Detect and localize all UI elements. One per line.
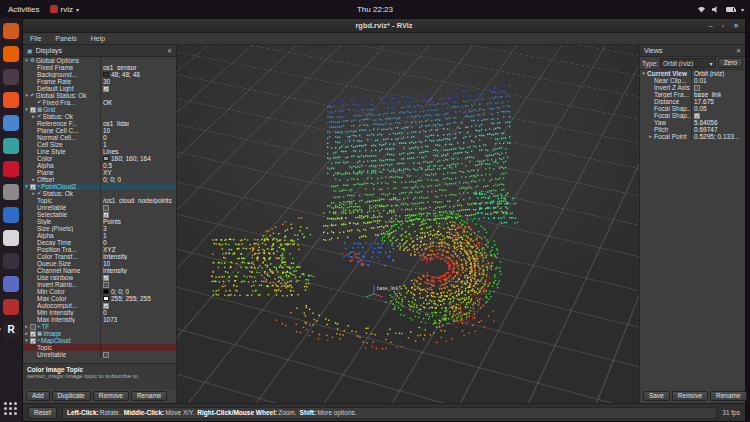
tree-row[interactable]: Selectable✓ xyxy=(23,211,176,218)
tree-row[interactable]: Use rainbow✓ xyxy=(23,274,176,281)
value-checkbox[interactable]: ✓ xyxy=(103,86,109,92)
remove-button[interactable]: Remove xyxy=(672,391,708,401)
expander-icon[interactable]: ▸ xyxy=(31,190,36,197)
enable-checkbox[interactable]: ✓ xyxy=(30,338,36,344)
tree-row[interactable]: Unreliable xyxy=(23,204,176,211)
tree-row[interactable]: ▸Focal Point0.5295; 0.133... xyxy=(640,133,745,140)
appmenu-button[interactable]: rviz ▾ xyxy=(50,5,79,14)
views-panel-title[interactable]: Views ✕ xyxy=(640,45,745,57)
tree-row[interactable]: Fixed Frameos1_sensor xyxy=(23,64,176,71)
value-checkbox[interactable]: ✓ xyxy=(103,303,109,309)
close-icon[interactable]: ✕ xyxy=(736,47,741,54)
tree-row[interactable]: Autocomput...✓ xyxy=(23,302,176,309)
displays-panel-title[interactable]: ▣ Displays ✕ xyxy=(23,45,176,57)
tree-row[interactable]: ▾✓▦Grid xyxy=(23,106,176,113)
tree-row[interactable]: Alpha0.5 xyxy=(23,162,176,169)
enable-checkbox[interactable]: ✓ xyxy=(30,107,36,113)
tree-row[interactable]: Invert Z Axis xyxy=(640,84,745,91)
expander-icon[interactable]: ▾ xyxy=(24,337,29,344)
titlebar[interactable]: rgbd.rviz* - RViz – ▫ ✕ xyxy=(23,19,745,33)
expander-icon[interactable]: ▾ xyxy=(24,57,29,64)
remove-button[interactable]: Remove xyxy=(93,391,129,401)
tree-row[interactable]: Topic xyxy=(23,344,176,351)
tree-row[interactable]: PlaneXY xyxy=(23,169,176,176)
clock[interactable]: Thu 22:23 xyxy=(357,5,393,14)
system-tray[interactable]: ▾ xyxy=(697,6,744,13)
tree-row[interactable]: Reference F...os1_lidar xyxy=(23,120,176,127)
reset-button[interactable]: Reset xyxy=(28,407,57,419)
tree-row[interactable]: ▾✓≈PointCloud2 xyxy=(23,183,176,190)
tree-row[interactable]: Max Color255; 255; 255 xyxy=(23,295,176,302)
view-type-dropdown[interactable]: Orbit (rviz) ▾ xyxy=(660,58,716,68)
tree-row[interactable]: ▾Current ViewOrbit (rviz) xyxy=(640,70,745,77)
dock-item-firefox[interactable] xyxy=(3,46,19,62)
tree-row[interactable]: Color160; 160; 164 xyxy=(23,155,176,162)
minimize-button[interactable]: – xyxy=(709,22,713,29)
tree-row[interactable]: Channel Nameintensity xyxy=(23,267,176,274)
tree-row[interactable]: Unreliable xyxy=(23,351,176,358)
dock-item-files[interactable] xyxy=(3,23,19,39)
enable-checkbox[interactable]: ✓ xyxy=(30,331,36,337)
tree-row[interactable]: Plane Cell C...10 xyxy=(23,127,176,134)
expander-icon[interactable]: ▸ xyxy=(24,330,29,337)
zero-button[interactable]: Zero xyxy=(718,58,743,68)
expander-icon[interactable]: ▸ xyxy=(648,133,653,140)
dock-item-app-red[interactable] xyxy=(3,299,19,315)
value-checkbox[interactable]: ✓ xyxy=(694,113,700,119)
tree-row[interactable]: Topic/os1_cloud_node/points xyxy=(23,197,176,204)
tree-row[interactable]: ▸Offset0; 0; 0 xyxy=(23,176,176,183)
tree-row[interactable]: ▾✓≈MapCloud xyxy=(23,337,176,344)
tree-row[interactable]: ▸✓▣Image xyxy=(23,330,176,337)
dock-item-terminal[interactable] xyxy=(3,253,19,269)
tree-row[interactable]: Decay Time0 xyxy=(23,239,176,246)
expander-icon[interactable]: ▸ xyxy=(31,176,36,183)
tree-row[interactable]: Focal Shap...✓ xyxy=(640,112,745,119)
dock-item-ide[interactable] xyxy=(3,207,19,223)
tree-row[interactable]: Line StyleLines xyxy=(23,148,176,155)
tree-row[interactable]: ▸✔Status: Ok xyxy=(23,113,176,120)
dock-item-amazon[interactable] xyxy=(3,69,19,85)
tree-row[interactable]: Focal Shap...0.05 xyxy=(640,105,745,112)
dock-item-app-gray[interactable] xyxy=(3,184,19,200)
tree-row[interactable]: Min Intensity0 xyxy=(23,309,176,316)
expander-icon[interactable]: ▸ xyxy=(24,323,29,330)
tree-row[interactable]: ✔Fixed Fra...OK xyxy=(23,99,176,106)
render-viewport[interactable] xyxy=(177,45,639,403)
menu-file[interactable]: File xyxy=(23,33,48,44)
expander-icon[interactable]: ▾ xyxy=(24,183,29,190)
tree-row[interactable]: Target Fra...base_link xyxy=(640,91,745,98)
menu-help[interactable]: Help xyxy=(84,33,112,44)
tree-row[interactable]: Frame Rate30 xyxy=(23,78,176,85)
tree-row[interactable]: ▾⚙Global Options xyxy=(23,57,176,64)
rename-button[interactable]: Rename xyxy=(131,391,168,401)
close-button[interactable]: ✕ xyxy=(733,22,739,30)
dock-item-show-apps[interactable] xyxy=(3,401,19,417)
dock-item-rviz[interactable]: R xyxy=(3,322,19,338)
dock-item-software[interactable] xyxy=(3,92,19,108)
enable-checkbox[interactable]: ✓ xyxy=(30,184,36,190)
tree-row[interactable]: Position Tra...XYZ xyxy=(23,246,176,253)
duplicate-button[interactable]: Duplicate xyxy=(52,391,91,401)
tree-row[interactable]: Pitch0.69747 xyxy=(640,126,745,133)
enable-checkbox[interactable] xyxy=(30,324,36,330)
tree-row[interactable]: ▸✔Status: Ok xyxy=(23,190,176,197)
add-button[interactable]: Add xyxy=(26,391,50,401)
save-button[interactable]: Save xyxy=(643,391,670,401)
tree-row[interactable]: Max Intensity1073 xyxy=(23,316,176,323)
tree-row[interactable]: ▸+TF xyxy=(23,323,176,330)
value-checkbox[interactable] xyxy=(103,282,109,288)
value-checkbox[interactable] xyxy=(694,85,700,91)
dock-item-editor[interactable] xyxy=(3,230,19,246)
expander-icon[interactable]: ▾ xyxy=(24,106,29,113)
pointcloud-canvas[interactable] xyxy=(177,45,639,403)
expander-icon[interactable]: ▾ xyxy=(641,70,646,77)
tree-row[interactable]: StylePoints xyxy=(23,218,176,225)
menu-panels[interactable]: Panels xyxy=(48,33,83,44)
tree-row[interactable]: Cell Size1 xyxy=(23,141,176,148)
tree-row[interactable]: Normal Cell...0 xyxy=(23,134,176,141)
tree-row[interactable]: Min Color0; 0; 0 xyxy=(23,288,176,295)
tree-row[interactable]: Yaw5.64056 xyxy=(640,119,745,126)
close-icon[interactable]: ✕ xyxy=(167,47,172,54)
value-checkbox[interactable]: ✓ xyxy=(103,275,109,281)
value-checkbox[interactable] xyxy=(103,352,109,358)
